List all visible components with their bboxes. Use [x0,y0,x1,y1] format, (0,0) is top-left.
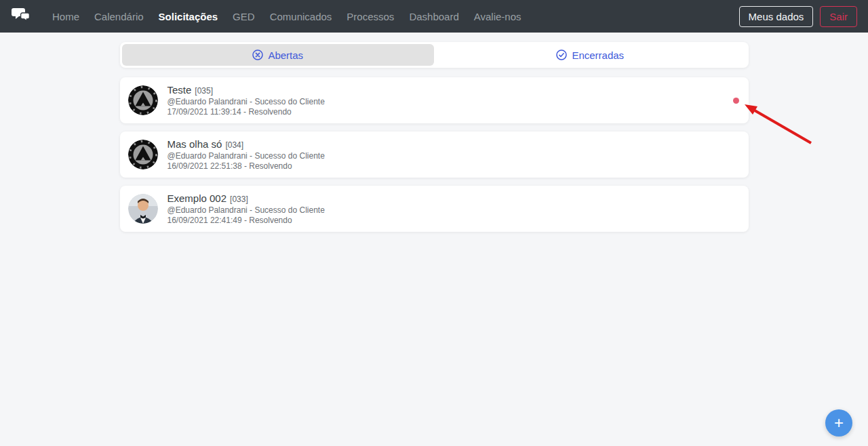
avatar-user-photo [128,194,158,224]
logout-button[interactable]: Sair [820,6,857,27]
request-author: @Eduardo Palandrani - Sucesso do Cliente [167,97,325,107]
request-title: Teste [167,84,192,96]
request-code: [034] [225,140,243,150]
unread-indicator-dot [733,98,739,104]
request-status: 16/09/2021 22:41:49 - Resolvendo [167,216,325,226]
request-title-line: Mas olha só[034] [167,138,325,151]
nav-item-calendario[interactable]: Calendário [88,7,150,26]
tab-encerradas[interactable]: Encerradas [434,44,747,66]
x-circle-icon [252,49,263,60]
request-card-033[interactable]: Exemplo 002[033] @Eduardo Palandrani - S… [120,186,749,232]
main-content: Abertas Encerradas [120,42,749,232]
request-title-line: Teste[035] [167,83,325,97]
request-list: Teste[035] @Eduardo Palandrani - Sucesso… [120,77,749,232]
tab-label: Abertas [268,49,303,61]
request-title-line: Exemplo 002[033] [167,192,325,205]
nav-item-avalie-nos[interactable]: Avalie-nos [468,7,528,26]
request-status: 16/09/2021 22:51:38 - Resolvendo [167,161,325,171]
add-request-fab[interactable]: + [825,409,852,437]
nav-item-processos[interactable]: Processos [340,7,400,26]
request-code: [033] [230,195,248,204]
request-info: Teste[035] @Eduardo Palandrani - Sucesso… [167,83,325,117]
avatar-aperture-logo [128,140,158,169]
top-navbar: Home Calendário Solicitações GED Comunic… [0,0,868,33]
request-title: Mas olha só [167,138,222,150]
nav-menu: Home Calendário Solicitações GED Comunic… [46,7,739,26]
request-info: Exemplo 002[033] @Eduardo Palandrani - S… [167,192,325,226]
navbar-actions: Meus dados Sair [739,6,857,27]
request-status: 17/09/2021 11:39:14 - Resolvendo [167,107,325,117]
status-tabbar: Abertas Encerradas [120,42,749,68]
check-circle-icon [556,49,567,60]
nav-item-comunicados[interactable]: Comunicados [264,7,338,26]
request-code: [035] [195,86,213,96]
nav-item-dashboard[interactable]: Dashboard [403,7,465,26]
request-title: Exemplo 002 [167,192,227,204]
nav-item-ged[interactable]: GED [226,7,261,26]
my-data-button[interactable]: Meus dados [739,6,814,27]
request-info: Mas olha só[034] @Eduardo Palandrani - S… [167,138,325,171]
avatar-aperture-logo [128,85,158,115]
request-card-035[interactable]: Teste[035] @Eduardo Palandrani - Sucesso… [120,77,749,123]
nav-item-solicitacoes[interactable]: Solicitações [153,7,224,26]
request-author: @Eduardo Palandrani - Sucesso do Cliente [167,205,325,216]
request-author: @Eduardo Palandrani - Sucesso do Cliente [167,151,325,161]
tab-abertas[interactable]: Abertas [122,44,435,66]
chat-bubbles-icon [11,6,31,26]
request-card-034[interactable]: Mas olha só[034] @Eduardo Palandrani - S… [120,131,749,178]
tab-label: Encerradas [572,49,624,61]
nav-item-home[interactable]: Home [46,7,85,26]
app-logo[interactable] [11,6,31,26]
